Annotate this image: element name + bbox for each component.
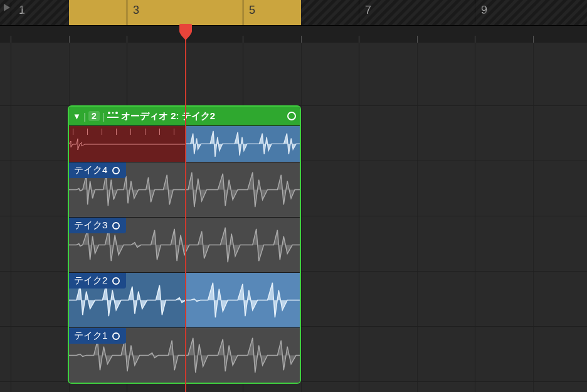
loop-icon[interactable]	[112, 277, 120, 285]
quick-swipe-icon[interactable]	[107, 110, 119, 122]
timeline-ruler[interactable]: 1 3 5 7 9	[0, 0, 587, 25]
playhead-handle-icon[interactable]	[178, 24, 193, 41]
divider: |	[83, 111, 86, 122]
take-label[interactable]: テイク3	[69, 218, 126, 233]
take-label[interactable]: テイク4	[69, 162, 126, 178]
take-lane[interactable]: テイク4	[69, 162, 300, 217]
take-lane[interactable]: テイク1	[69, 327, 300, 383]
start-marker-icon[interactable]	[3, 3, 11, 15]
comp-number[interactable]: 2	[88, 111, 100, 121]
take-label[interactable]: テイク1	[69, 328, 126, 344]
bar-number: 5	[249, 4, 255, 17]
cycle-region[interactable]	[69, 0, 301, 25]
comp-track[interactable]	[69, 125, 300, 162]
loop-icon[interactable]	[287, 112, 296, 120]
tracks-area[interactable]: ▼ | 2 | オーディオ 2: テイク2	[0, 43, 587, 392]
svg-rect-1	[301, 0, 587, 25]
take-lane[interactable]: テイク2	[69, 272, 300, 327]
svg-point-3	[108, 112, 110, 114]
take-label[interactable]: テイク2	[69, 273, 126, 289]
bar-number: 3	[133, 4, 139, 17]
disclosure-triangle-icon[interactable]: ▼	[73, 112, 81, 121]
take-folder-title: オーディオ 2: テイク2	[121, 110, 215, 122]
bar-number: 1	[19, 4, 25, 17]
loop-icon[interactable]	[112, 332, 120, 340]
playhead[interactable]	[185, 25, 186, 392]
take-folder-header[interactable]: ▼ | 2 | オーディオ 2: テイク2	[69, 107, 300, 125]
bar-number: 7	[365, 4, 371, 17]
svg-point-5	[115, 112, 118, 114]
svg-rect-6	[107, 117, 119, 118]
take-name: テイク2	[74, 275, 107, 287]
svg-point-4	[112, 112, 114, 114]
divider: |	[102, 111, 105, 122]
loop-icon[interactable]	[112, 222, 120, 230]
bar-number: 9	[481, 4, 487, 17]
take-lane[interactable]: テイク3	[69, 217, 300, 272]
take-name: テイク1	[74, 330, 107, 342]
take-folder[interactable]: ▼ | 2 | オーディオ 2: テイク2	[68, 105, 301, 384]
loop-icon[interactable]	[112, 167, 120, 174]
timeline-sub-ruler[interactable]	[0, 25, 587, 43]
take-name: テイク3	[74, 220, 107, 231]
take-name: テイク4	[74, 164, 107, 176]
